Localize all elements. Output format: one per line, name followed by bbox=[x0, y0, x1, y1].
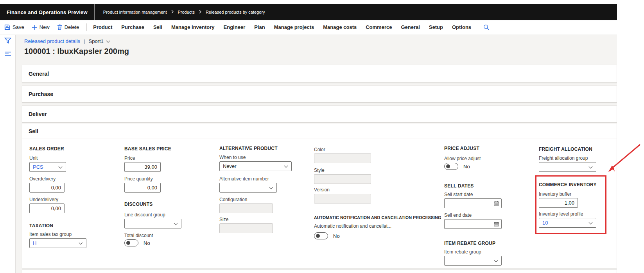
chevron-down-icon bbox=[106, 39, 110, 43]
line-discount-group-combobox[interactable] bbox=[124, 219, 181, 228]
chevron-right-icon bbox=[199, 10, 201, 14]
delete-button[interactable]: Delete bbox=[57, 24, 79, 30]
underdelivery-input[interactable]: 0,00 bbox=[29, 203, 65, 213]
price-quantity-label: Price quantity bbox=[124, 177, 161, 181]
price-quantity-input[interactable]: 0,00 bbox=[124, 183, 161, 193]
inventory-level-profile-combobox[interactable]: 10 bbox=[539, 218, 596, 228]
group-title-base-sales-price: BASE SALES PRICE bbox=[124, 146, 171, 152]
command-bar-divider bbox=[86, 23, 87, 31]
plus-icon bbox=[32, 25, 37, 30]
tab-manage-costs[interactable]: Manage costs bbox=[323, 24, 357, 30]
group-title-freight-allocation: FREIGHT ALLOCATION bbox=[539, 146, 592, 152]
group-title-auto-notification: AUTOMATIC NOTIFICATION AND CANCELATION P… bbox=[314, 215, 441, 220]
item-sales-tax-group-field: Item sales tax group H bbox=[29, 232, 86, 248]
alternative-item-number-combobox[interactable] bbox=[219, 183, 277, 193]
app-title[interactable]: Finance and Operations Preview bbox=[0, 9, 94, 15]
size-input bbox=[219, 223, 273, 233]
save-label: Save bbox=[13, 24, 24, 30]
when-to-use-label: When to use bbox=[219, 155, 292, 160]
alternative-item-number-label: Alternative item number bbox=[219, 177, 277, 181]
style-input bbox=[314, 174, 371, 184]
tab-manage-inventory[interactable]: Manage inventory bbox=[171, 24, 215, 30]
underdelivery-field: Underdelivery 0,00 bbox=[29, 197, 65, 213]
search-icon[interactable] bbox=[483, 24, 490, 30]
delete-label: Delete bbox=[65, 24, 79, 30]
total-discount-toggle-row: No bbox=[124, 239, 150, 246]
unit-combobox[interactable]: PCS bbox=[29, 162, 66, 172]
item-rebate-group-label: Item rebate group bbox=[444, 250, 502, 254]
underdelivery-label: Underdelivery bbox=[29, 197, 65, 202]
group-title-taxation: TAXATION bbox=[29, 223, 53, 228]
inventory-buffer-input[interactable]: 1,00 bbox=[539, 198, 578, 208]
group-title-sales-order: SALES ORDER bbox=[29, 146, 64, 152]
tab-options[interactable]: Options bbox=[452, 24, 471, 30]
sell-start-date-input[interactable] bbox=[444, 198, 502, 208]
tab-commerce[interactable]: Commerce bbox=[366, 24, 392, 30]
when-to-use-combobox[interactable]: Never bbox=[219, 161, 292, 171]
calendar-icon[interactable] bbox=[494, 201, 499, 207]
alternative-item-number-field: Alternative item number bbox=[219, 177, 277, 193]
total-discount-label: Total discount bbox=[124, 233, 153, 238]
breadcrumb-item-page[interactable]: Released products by category bbox=[206, 10, 265, 14]
price-quantity-field: Price quantity 0,00 bbox=[124, 177, 161, 193]
tab-plan[interactable]: Plan bbox=[254, 24, 265, 30]
save-icon bbox=[4, 24, 10, 30]
fasttab-sell-title[interactable]: Sell bbox=[22, 123, 617, 139]
configuration-label: Configuration bbox=[219, 197, 273, 202]
tab-sell[interactable]: Sell bbox=[153, 24, 162, 30]
price-input[interactable]: 39,00 bbox=[124, 162, 161, 172]
tab-setup[interactable]: Setup bbox=[429, 24, 443, 30]
item-rebate-group-field: Item rebate group bbox=[444, 250, 502, 266]
price-label: Price bbox=[124, 156, 161, 161]
breadcrumb-item-area[interactable]: Products bbox=[178, 10, 195, 14]
overdelivery-input[interactable]: 0,00 bbox=[29, 183, 65, 193]
chevron-down-icon bbox=[284, 164, 288, 168]
chevron-right-icon bbox=[171, 10, 174, 14]
configuration-input bbox=[219, 203, 273, 213]
filter-icon[interactable] bbox=[4, 37, 11, 46]
page-title: 100001 : IbuxKapsler 200mg bbox=[24, 47, 129, 56]
auto-notification-toggle-row: No bbox=[314, 232, 340, 239]
allow-price-adjust-value: No bbox=[463, 164, 470, 170]
chevron-down-icon bbox=[494, 259, 498, 262]
fasttab-next-partial[interactable] bbox=[22, 269, 617, 273]
item-sales-tax-group-combobox[interactable]: H bbox=[29, 238, 86, 248]
tab-general[interactable]: General bbox=[401, 24, 420, 30]
freight-allocation-group-combobox[interactable] bbox=[539, 162, 596, 172]
total-discount-toggle[interactable] bbox=[124, 239, 138, 246]
item-sales-tax-group-label: Item sales tax group bbox=[29, 232, 86, 237]
tab-product[interactable]: Product bbox=[93, 24, 112, 30]
item-rebate-group-combobox[interactable] bbox=[444, 256, 502, 266]
menu-expand-icon[interactable] bbox=[4, 51, 11, 58]
calendar-icon[interactable] bbox=[494, 221, 499, 228]
app-bar: Finance and Operations Preview Product i… bbox=[0, 4, 617, 20]
breadcrumb-item-module[interactable]: Product information management bbox=[103, 10, 167, 14]
record-selector[interactable]: Sport1 bbox=[88, 38, 109, 44]
allow-price-adjust-label: Allow price adjust bbox=[444, 156, 481, 161]
version-label: Version bbox=[314, 187, 371, 192]
fasttab-purchase-title: Purchase bbox=[22, 86, 617, 102]
sell-start-date-label: Sell start date bbox=[444, 192, 502, 197]
form-caption-link[interactable]: Released product details bbox=[24, 38, 80, 44]
auto-notification-toggle[interactable] bbox=[314, 232, 328, 239]
color-label: Color bbox=[314, 147, 371, 152]
chevron-down-icon bbox=[269, 186, 273, 189]
group-title-sell-dates: SELL DATES bbox=[444, 183, 474, 189]
fasttab-purchase[interactable]: Purchase bbox=[22, 86, 617, 103]
freight-allocation-group-field: Freight allocation group bbox=[539, 156, 596, 172]
total-discount-value: No bbox=[144, 240, 150, 246]
fasttab-general[interactable]: General bbox=[22, 65, 617, 83]
unit-label: Unit bbox=[29, 156, 66, 161]
sell-end-date-input[interactable] bbox=[444, 219, 502, 229]
tab-manage-projects[interactable]: Manage projects bbox=[274, 24, 314, 30]
color-input bbox=[314, 153, 371, 163]
tab-engineer[interactable]: Engineer bbox=[224, 24, 246, 30]
tab-purchase[interactable]: Purchase bbox=[121, 24, 144, 30]
allow-price-adjust-toggle[interactable] bbox=[444, 163, 458, 170]
save-button[interactable]: Save bbox=[4, 24, 24, 30]
fasttab-deliver[interactable]: Deliver bbox=[22, 105, 617, 123]
size-field: Size bbox=[219, 217, 273, 233]
chevron-down-icon bbox=[59, 165, 63, 169]
new-button[interactable]: New bbox=[32, 24, 50, 30]
sell-start-date-field: Sell start date bbox=[444, 192, 502, 208]
